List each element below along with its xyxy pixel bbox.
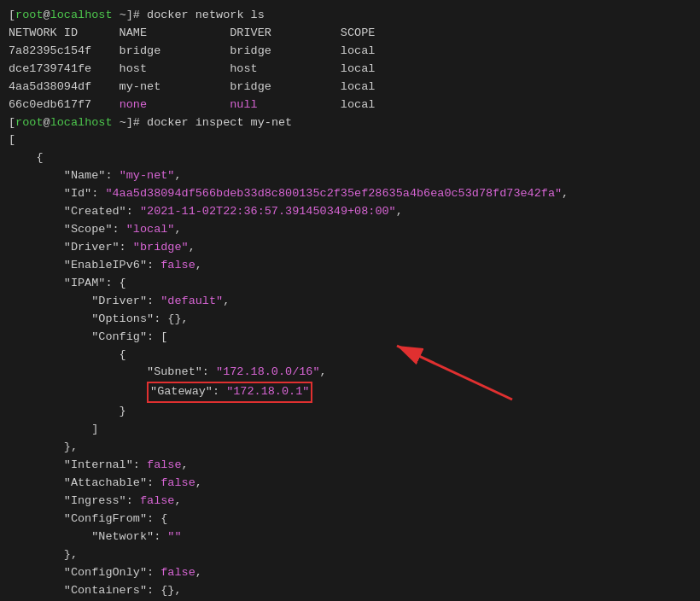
json-enableipv6: "EnableIPv6": false,: [9, 257, 691, 275]
table-row: 7a82395c154f bridge bridge local: [9, 43, 691, 61]
json-created: "Created": "2021-11-02T22:36:57.39145034…: [9, 203, 691, 221]
table-row-none: 66c0edb617f7 none null local: [9, 96, 691, 114]
json-attachable: "Attachable": false,: [9, 475, 691, 493]
json-configonly: "ConfigOnly": false,: [9, 564, 691, 582]
json-ipam-options: "Options": {},: [9, 311, 691, 329]
json-config-array-close: ]: [9, 421, 691, 439]
command-line-2: [root@localhost ~]# docker inspect my-ne…: [9, 114, 691, 132]
json-subnet: "Subnet": "172.18.0.0/16",: [9, 364, 691, 382]
json-internal: "Internal": false,: [9, 457, 691, 475]
json-name: "Name": "my-net",: [9, 167, 691, 185]
json-config-close: }: [9, 403, 691, 421]
json-ipam: "IPAM": {: [9, 275, 691, 293]
json-id: "Id": "4aa5d38094df566bdeb33d8c800135c2f…: [9, 185, 691, 203]
json-network: "Network": "": [9, 528, 691, 546]
json-configfrom-close: },: [9, 546, 691, 564]
json-config-open: {: [9, 347, 691, 365]
json-ipam-config: "Config": [: [9, 329, 691, 347]
table-header: NETWORK ID NAME DRIVER SCOPE: [9, 25, 691, 43]
terminal: [root@localhost ~]# docker network ls NE…: [0, 0, 700, 601]
gateway-highlight: "Gateway": "172.18.0.1": [147, 382, 312, 403]
json-ipam-close: },: [9, 439, 691, 457]
command-line-1: [root@localhost ~]# docker network ls: [9, 7, 691, 25]
json-open-bracket: [: [9, 131, 691, 149]
table-row: dce1739741fe host host local: [9, 61, 691, 79]
json-open-brace: {: [9, 149, 691, 167]
json-scope: "Scope": "local",: [9, 221, 691, 239]
json-configfrom: "ConfigFrom": {: [9, 511, 691, 528]
json-driver: "Driver": "bridge",: [9, 239, 691, 257]
table-row: 4aa5d38094df my-net bridge local: [9, 79, 691, 96]
json-gateway: "Gateway": "172.18.0.1": [9, 382, 691, 403]
json-ipam-driver: "Driver": "default",: [9, 293, 691, 311]
json-ingress: "Ingress": false,: [9, 493, 691, 511]
json-containers: "Containers": {},: [9, 582, 691, 600]
